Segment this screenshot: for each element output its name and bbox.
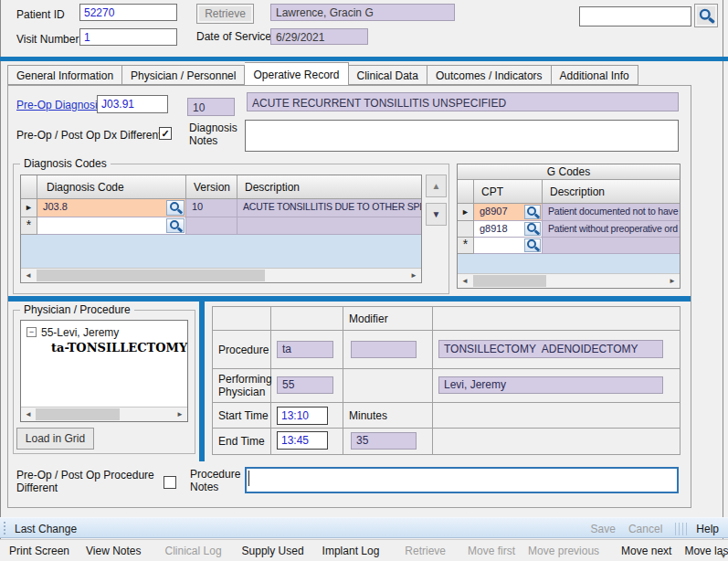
- cpt-lookup-button[interactable]: [524, 238, 541, 252]
- version-column-header[interactable]: Version: [186, 175, 237, 199]
- diagnosis-notes-input[interactable]: [245, 120, 679, 152]
- diagnosis-grid-corner: [21, 175, 37, 199]
- cpt-value: g8918: [480, 223, 508, 234]
- help-button-top[interactable]: Help: [696, 523, 719, 535]
- section-divider-horizontal: [8, 296, 691, 302]
- procedure-modifier-cell: [343, 331, 433, 369]
- cpt-lookup-button[interactable]: [524, 205, 541, 219]
- implant-log-button[interactable]: Implant Log: [322, 545, 380, 557]
- row-indicator: [458, 221, 474, 238]
- tree-collapse-icon[interactable]: −: [26, 327, 37, 337]
- description-cell: ACUTE TONSILLITIS DUE TO OTHER SPEC ORGA…: [237, 199, 422, 217]
- retrieve-button: Retrieve: [196, 4, 254, 24]
- scrollbar-thumb[interactable]: [473, 275, 546, 287]
- cpt-column-header[interactable]: CPT: [474, 180, 543, 204]
- start-time-row-label: Start Time: [213, 403, 271, 429]
- print-screen-button[interactable]: Print Screen: [9, 545, 69, 557]
- procedure-different-label: Pre-Op / Post Op Procedure Different: [16, 469, 164, 494]
- scroll-right-icon[interactable]: ►: [669, 275, 676, 287]
- tab-general-information[interactable]: General Information: [7, 65, 122, 85]
- start-time-cell: [271, 403, 343, 429]
- procedure-notes-input[interactable]: [245, 467, 679, 493]
- search-icon: [700, 8, 712, 23]
- row-indicator-current: ►: [21, 199, 37, 217]
- search-input[interactable]: [579, 6, 691, 26]
- procedure-description-field: TONSILLECTOMY ADENOIDECTOMY: [438, 340, 663, 358]
- pre-op-diagnosis-description-field: ACUTE RECURRENT TONSILLITIS UNSPECIFIED: [247, 92, 679, 111]
- tab-clinical-data[interactable]: Clinical Data: [349, 65, 427, 85]
- scroll-left-icon[interactable]: ◄: [461, 275, 469, 287]
- diagnosis-code-lookup-button[interactable]: [166, 218, 185, 233]
- diagnosis-code-column-header[interactable]: Diagnosis Code: [37, 175, 186, 199]
- end-time-input[interactable]: [277, 431, 328, 450]
- diagnosis-grid-hscrollbar[interactable]: ◄ ►: [21, 268, 421, 282]
- g-codes-hscrollbar[interactable]: ◄ ►: [458, 273, 680, 288]
- scroll-right-icon[interactable]: ►: [176, 408, 184, 420]
- cancel-button: Cancel: [628, 523, 662, 535]
- procedure-description-cell: TONSILLECTOMY ADENOIDECTOMY: [433, 331, 680, 369]
- patient-id-label: Patient ID: [16, 8, 65, 21]
- scroll-right-icon[interactable]: ►: [410, 270, 417, 281]
- toolbar-overflow-icon[interactable]: ▾: [722, 552, 725, 560]
- procedure-row-label: Procedure: [213, 331, 271, 369]
- g-description-cell: Patient without preoperative ord: [543, 221, 680, 238]
- performing-modifier-cell: [343, 369, 433, 403]
- diagnosis-notes-label: Diagnosis Notes: [189, 122, 237, 147]
- version-new-cell: [186, 217, 237, 235]
- patient-name-field: Lawrence, Gracin G: [270, 4, 455, 21]
- move-previous-button: Move previous: [528, 545, 599, 557]
- procedure-table: Modifier Procedure ta TONSILLECTOMY ADEN…: [212, 306, 681, 455]
- cpt-new-cell[interactable]: [474, 238, 543, 254]
- g-codes-grid-corner: [458, 180, 474, 204]
- procedure-different-checkbox[interactable]: [164, 476, 176, 489]
- dx-different-checkbox[interactable]: ✓: [159, 127, 172, 140]
- pre-op-diagnosis-code-input[interactable]: [97, 95, 168, 113]
- magnifier-icon: [170, 202, 182, 214]
- toolbar-grip: [686, 523, 687, 535]
- cpt-lookup-button[interactable]: [524, 222, 541, 236]
- start-time-input[interactable]: [277, 407, 328, 425]
- visit-number-input[interactable]: [79, 28, 177, 46]
- performing-code-cell: 55: [271, 369, 343, 403]
- scroll-left-icon[interactable]: ◄: [25, 270, 32, 281]
- tab-operative-record[interactable]: Operative Record: [245, 62, 348, 85]
- tab-physician-personnel[interactable]: Physician / Personnel: [122, 65, 245, 85]
- minutes-label-cell: Minutes: [343, 403, 433, 429]
- window-border-left: [0, 0, 1, 561]
- tree-hscrollbar[interactable]: ◄ ►: [21, 407, 187, 421]
- end-time-row-label: End Time: [213, 429, 271, 454]
- performing-name-cell: Levi, Jeremy: [433, 369, 680, 403]
- retrieve-nav-button: Retrieve: [405, 545, 446, 557]
- scrollbar-thumb[interactable]: [36, 408, 120, 420]
- procedure-notes-label: Procedure Notes: [190, 468, 240, 493]
- diagnosis-code-cell[interactable]: J03.8: [37, 199, 186, 217]
- search-button[interactable]: [694, 4, 718, 27]
- save-button: Save: [591, 523, 616, 535]
- physician-procedure-tree: − 55-Levi, Jeremy ta-TONSILLECTOMY & ◄ ►: [20, 320, 188, 422]
- move-row-up-button[interactable]: ▲: [426, 175, 447, 197]
- tree-node-physician[interactable]: 55-Levi, Jeremy: [41, 326, 119, 339]
- tab-additional-info[interactable]: Additional Info: [552, 65, 638, 85]
- scrollbar-thumb[interactable]: [37, 270, 265, 281]
- magnifier-icon: [170, 220, 182, 232]
- tree-node-procedure[interactable]: ta-TONSILLECTOMY &: [51, 341, 188, 355]
- load-in-grid-button[interactable]: Load in Grid: [16, 428, 94, 450]
- status-bar: Print Screen View Notes Clinical Log Sup…: [0, 539, 728, 561]
- supply-used-button[interactable]: Supply Used: [242, 545, 304, 557]
- cpt-cell[interactable]: g8918: [474, 221, 543, 238]
- tab-outcomes-indicators[interactable]: Outcomes / Indicators: [427, 65, 552, 85]
- move-row-down-button[interactable]: ▼: [426, 203, 447, 226]
- g-description-column-header[interactable]: Description: [543, 180, 680, 204]
- view-notes-button[interactable]: View Notes: [86, 545, 141, 557]
- cpt-cell[interactable]: g8907: [474, 204, 543, 221]
- move-next-button[interactable]: Move next: [621, 545, 671, 557]
- procedure-modifier-field: [351, 341, 417, 358]
- patient-id-input[interactable]: [79, 4, 177, 21]
- diagnosis-code-new-cell[interactable]: [37, 217, 186, 235]
- procedure-table-header-blank: [213, 307, 271, 331]
- description-column-header[interactable]: Description: [237, 175, 422, 199]
- diagnosis-code-lookup-button[interactable]: [166, 200, 185, 216]
- end-time-blank-cell: [433, 429, 680, 454]
- scroll-left-icon[interactable]: ◄: [25, 408, 32, 420]
- pre-op-diagnosis-link[interactable]: Pre-Op Diagnosis: [16, 99, 103, 111]
